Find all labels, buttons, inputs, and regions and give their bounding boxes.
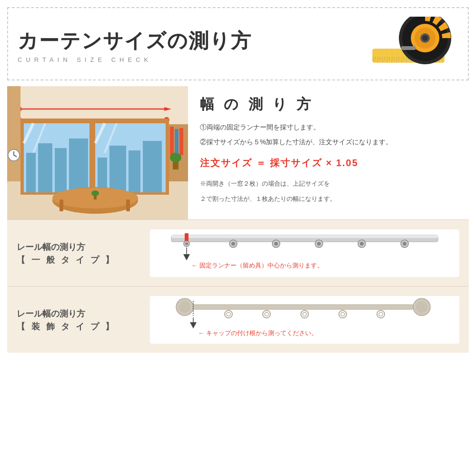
svg-rect-25 (179, 128, 183, 155)
formula-text: 注文サイズ ＝ 採寸サイズ × 1.05 (200, 157, 457, 169)
svg-point-87 (379, 312, 383, 316)
svg-rect-11 (401, 46, 416, 50)
svg-point-78 (225, 310, 232, 318)
rail-deco-diagram: ← キャップの付け根から測ってください。 (150, 296, 459, 344)
svg-point-80 (263, 310, 270, 318)
svg-marker-60 (183, 254, 190, 260)
rail-deco-section: レール幅の測り方 【 装 飾 タ イ プ 】 (7, 286, 469, 353)
svg-rect-39 (129, 150, 140, 192)
rail-general-title-block: レール幅の測り方 【 一 般 タ イ プ 】 (17, 240, 140, 266)
svg-point-86 (377, 310, 385, 318)
svg-rect-34 (38, 143, 52, 192)
svg-rect-33 (26, 153, 36, 192)
svg-rect-53 (94, 196, 97, 199)
svg-point-52 (91, 190, 99, 196)
svg-rect-35 (55, 148, 67, 192)
header-title: カーテンサイズの測り方 (18, 28, 252, 54)
svg-point-79 (227, 312, 230, 316)
note2: ２で割った寸法が、１枚あたりの幅になります。 (200, 193, 457, 204)
svg-text:← 固定ランナー（留め具）中心から測ります。: ← 固定ランナー（留め具）中心から測ります。 (191, 262, 323, 269)
svg-point-77 (416, 301, 427, 313)
svg-rect-23 (170, 127, 174, 155)
rail-general-diagram: ← 固定ランナー（留め具）中心から測ります。 (150, 229, 459, 277)
width-step2: ②採寸サイズから５%加算した寸法が、注文サイズになります。 (200, 136, 457, 149)
svg-point-81 (265, 312, 268, 316)
svg-rect-72 (190, 305, 414, 309)
svg-rect-37 (98, 158, 107, 192)
svg-point-84 (339, 310, 347, 318)
header-section: カーテンサイズの測り方 CURTAIN SIZE CHECK (7, 7, 469, 80)
formula-box: 注文サイズ ＝ 採寸サイズ × 1.05 (200, 153, 457, 173)
header-subtitle: CURTAIN SIZE CHECK (18, 56, 252, 63)
svg-point-83 (303, 312, 307, 316)
width-title: 幅 の 測 り 方 (200, 95, 457, 114)
svg-point-62 (231, 242, 235, 246)
rail-general-title: レール幅の測り方 (17, 240, 140, 254)
header-left: カーテンサイズの測り方 CURTAIN SIZE CHECK (18, 28, 252, 63)
svg-rect-24 (175, 129, 178, 155)
svg-point-74 (179, 301, 190, 313)
svg-point-58 (185, 242, 188, 245)
rail-general-type: 【 一 般 タ イ プ 】 (17, 254, 140, 266)
svg-point-10 (422, 35, 428, 41)
svg-point-27 (170, 153, 181, 162)
svg-rect-36 (69, 139, 88, 192)
rail-deco-type: 【 装 飾 タ イ プ 】 (17, 321, 140, 332)
svg-point-68 (360, 242, 364, 246)
width-info: 幅 の 測 り 方 ①両端の固定ランナー間を採寸します。 ②採寸サイズから５%加… (188, 86, 469, 219)
svg-marker-89 (190, 322, 197, 328)
rail-deco-title-block: レール幅の測り方 【 装 飾 タ イ プ 】 (17, 307, 140, 332)
svg-rect-55 (171, 235, 438, 238)
note1: ※両開き（一窓２枚）の場合は、上記サイズを (200, 178, 457, 189)
rail-deco-title: レール幅の測り方 (17, 307, 140, 321)
rail-general-section: レール幅の測り方 【 一 般 タ イ プ 】 (7, 219, 469, 286)
svg-rect-51 (126, 199, 130, 211)
svg-rect-31 (89, 119, 93, 195)
svg-text:← キャップの付け根から測ってください。: ← キャップの付け根から測ってください。 (198, 329, 317, 337)
svg-point-70 (403, 242, 407, 246)
svg-point-66 (317, 242, 321, 246)
room-illustration: 採寸サイズ (7, 86, 188, 219)
tape-measure-icon (363, 17, 458, 74)
svg-rect-32 (20, 119, 169, 123)
svg-rect-21 (7, 86, 20, 181)
svg-point-64 (274, 242, 278, 246)
width-step1: ①両端の固定ランナー間を採寸します。 (200, 121, 457, 134)
width-section: 採寸サイズ (7, 86, 469, 219)
svg-point-82 (301, 310, 308, 318)
svg-rect-50 (60, 199, 63, 211)
svg-rect-40 (143, 141, 162, 192)
svg-rect-38 (109, 146, 126, 192)
svg-point-85 (341, 312, 345, 316)
